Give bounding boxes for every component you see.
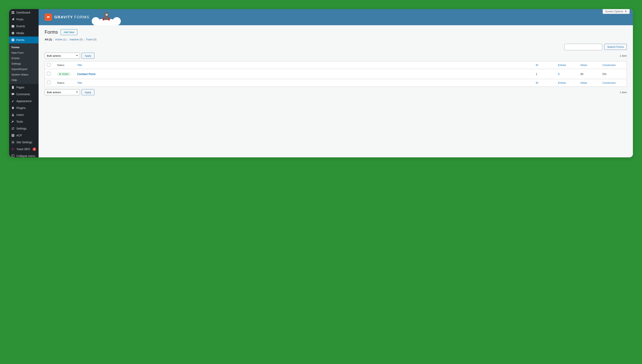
svg-point-12	[12, 142, 13, 143]
sidebar-item-dashboard[interactable]: Dashboard	[9, 9, 39, 16]
bottom-toolbar: Bulk actions Apply 1 item	[45, 89, 627, 95]
svg-point-13	[12, 154, 14, 158]
sidebar-item-appearance[interactable]: Appearance	[9, 98, 39, 104]
svg-rect-3	[12, 40, 14, 40]
filter-active[interactable]: Active (1)	[55, 38, 67, 41]
item-count-bottom: 1 item	[620, 91, 627, 94]
search-input[interactable]	[564, 44, 602, 50]
top-toolbar: Bulk actions Apply 1 item	[45, 53, 627, 59]
filter-links: All (1) | Active (1) | Inactive (0) | Tr…	[45, 38, 627, 41]
content-area: Forms Add New All (1) | Active (1) | Ina…	[39, 25, 633, 102]
col-title-f[interactable]: Title	[75, 79, 534, 87]
sidebar-label: Posts	[16, 18, 24, 21]
col-entries-f[interactable]: Entries	[556, 79, 578, 87]
comments-icon	[11, 92, 15, 96]
chevron-down-icon: ▼	[624, 10, 627, 13]
svg-rect-10	[12, 134, 14, 135]
sidebar-label: Events	[16, 24, 25, 28]
sidebar-label: Pages	[16, 86, 25, 89]
submenu-item-new-form[interactable]: New Form	[9, 50, 39, 56]
sidebar-item-yoast[interactable]: Yoast SEO 2	[9, 146, 39, 152]
bulk-actions-select-bottom[interactable]: Bulk actions	[45, 89, 80, 95]
col-id[interactable]: ID	[534, 61, 556, 69]
submenu-item-help[interactable]: Help	[9, 77, 39, 83]
brand-word-1: GRAVITY	[54, 15, 73, 19]
sidebar-item-media[interactable]: Media	[9, 30, 39, 36]
select-all-checkbox-top[interactable]	[47, 63, 51, 66]
sidebar-item-settings[interactable]: Settings	[9, 125, 39, 132]
sidebar-label: Dashboard	[16, 11, 30, 14]
svg-rect-1	[12, 39, 14, 41]
brand-word-2: FORMS	[74, 15, 90, 19]
screen-options-toggle[interactable]: Screen Options ▼	[603, 9, 630, 14]
collapse-menu-button[interactable]: Collapse menu	[9, 152, 39, 158]
col-views-f[interactable]: Views	[578, 79, 600, 87]
submenu-item-system-status[interactable]: System Status	[9, 72, 39, 77]
cell-views: 39	[578, 69, 600, 79]
sidebar-label: Forms	[16, 38, 25, 42]
sidebar-item-pages[interactable]: Pages	[9, 84, 39, 91]
forms-icon	[11, 38, 15, 42]
brand-mark-icon	[45, 14, 52, 21]
submenu-item-import-export[interactable]: Import/Export	[9, 66, 39, 72]
bulk-actions-select[interactable]: Bulk actions	[45, 53, 80, 59]
filter-inactive[interactable]: Inactive (0)	[70, 38, 83, 41]
row-checkbox[interactable]	[47, 72, 51, 76]
sidebar-item-posts[interactable]: Posts	[9, 16, 39, 23]
users-icon	[11, 113, 15, 117]
col-conversion-f[interactable]: Conversion	[600, 79, 627, 87]
col-conversion[interactable]: Conversion	[600, 61, 627, 69]
filter-trash[interactable]: Trash (0)	[86, 38, 96, 41]
sidebar-label: ACF	[16, 134, 22, 137]
media-icon	[11, 31, 15, 35]
pin-icon	[11, 18, 15, 21]
dashboard-icon	[11, 11, 15, 14]
sidebar-item-comments[interactable]: Comments	[9, 91, 39, 98]
sidebar-item-events[interactable]: Events	[9, 23, 39, 30]
col-views[interactable]: Views	[578, 61, 600, 69]
sidebar-item-users[interactable]: Users	[9, 112, 39, 118]
sidebar-submenu: Forms New Form Entries Settings Import/E…	[9, 44, 39, 84]
page-title: Forms	[45, 30, 58, 35]
svg-rect-2	[12, 39, 14, 40]
submenu-item-settings[interactable]: Settings	[9, 61, 39, 66]
yoast-icon	[11, 147, 15, 151]
select-all-checkbox-bottom[interactable]	[47, 81, 51, 84]
forms-table: Status Title ID Entries Views Conversion…	[45, 61, 627, 87]
filter-all[interactable]: All (1)	[45, 38, 53, 41]
acf-icon	[11, 134, 15, 137]
collapse-label: Collapse menu	[16, 154, 35, 158]
pages-icon	[11, 86, 15, 89]
main-content: GRAVITY FORMS Screen Options ▼ Forms Add…	[39, 9, 633, 158]
apply-button-bottom[interactable]: Apply	[82, 89, 94, 95]
yoast-badge: 2	[33, 148, 36, 151]
col-title[interactable]: Title	[75, 61, 534, 69]
sidebar-item-site-settings[interactable]: Site Settings	[9, 139, 39, 146]
submenu-item-forms[interactable]: Forms	[9, 44, 39, 50]
svg-point-4	[12, 114, 13, 115]
svg-point-8	[13, 129, 14, 130]
col-entries[interactable]: Entries	[556, 61, 578, 69]
page-header: Forms Add New	[45, 29, 627, 35]
submenu-item-entries[interactable]: Entries	[9, 56, 39, 61]
apply-button-top[interactable]: Apply	[82, 53, 94, 59]
collapse-icon	[11, 154, 15, 158]
sidebar-item-forms[interactable]: Forms	[9, 36, 39, 44]
form-title-link[interactable]: Contact Form	[77, 72, 96, 76]
search-button[interactable]: Search Forms	[604, 44, 627, 50]
sidebar-item-plugins[interactable]: Plugins	[9, 104, 39, 112]
sidebar-item-tools[interactable]: Tools	[9, 118, 39, 125]
screen-options-label: Screen Options	[605, 10, 623, 13]
status-badge[interactable]: Active	[57, 72, 71, 76]
brand-logo-block: GRAVITY FORMS	[45, 14, 90, 21]
search-row: Search Forms	[45, 44, 627, 50]
app-window: Dashboard Posts Events Media Forms Forms…	[9, 9, 633, 158]
add-new-button[interactable]: Add New	[61, 29, 77, 35]
calendar-icon	[11, 24, 15, 28]
sidebar-label: Site Settings	[16, 141, 32, 144]
col-id-f[interactable]: ID	[534, 79, 556, 87]
sidebar-label: Users	[16, 113, 24, 116]
cell-entries-link[interactable]: 0	[558, 72, 560, 76]
cell-conversion: 0%	[600, 69, 627, 79]
sidebar-item-acf[interactable]: ACF	[9, 132, 39, 139]
